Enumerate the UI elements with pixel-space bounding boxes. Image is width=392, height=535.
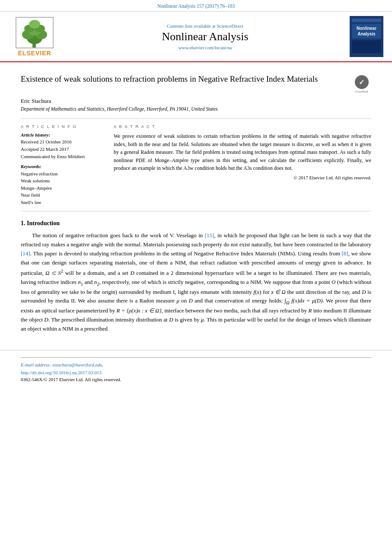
- abstract-text: We prove existence of weak solutions to …: [114, 132, 371, 172]
- sciencedirect-line: Contents lists available at ScienceDirec…: [65, 23, 345, 29]
- cover-journal-title: NonlinearAnalysis: [353, 25, 380, 37]
- section-1-number: 1.: [21, 220, 25, 226]
- journal-ref-text: Nonlinear Analysis 157 (2017) 76–103: [157, 3, 235, 9]
- abstract-header: A B S T R A C T: [114, 124, 371, 129]
- crossmark-widget[interactable]: ✓ CrossMark: [352, 75, 371, 93]
- elsevier-logo: ELSEVIER: [9, 16, 61, 57]
- email-label: E-mail address:: [21, 362, 51, 367]
- footer-email-line: E-mail address: estachura@haverford.edu.: [21, 362, 371, 367]
- keyword-5: Snell's law: [21, 199, 105, 206]
- ref-15[interactable]: [15]: [205, 232, 214, 239]
- science-direct-link[interactable]: ScienceDirect: [217, 23, 243, 29]
- footer-copyright: 0362-546X/© 2017 Elsevier Ltd. All right…: [21, 377, 371, 382]
- footer-doi[interactable]: http://dx.doi.org/10.1016/j.na.2017.03.0…: [21, 370, 371, 375]
- article-info-column: A R T I C L E I N F O Article history: R…: [21, 124, 105, 206]
- elsevier-label: ELSEVIER: [18, 50, 51, 57]
- section-1-label: Introduction: [27, 220, 60, 226]
- copyright-line: © 2017 Elsevier Ltd. All rights reserved…: [114, 175, 371, 180]
- ref-14[interactable]: [14]: [21, 250, 30, 257]
- main-content: Existence of weak solutions to refractio…: [0, 62, 392, 343]
- science-direct-prefix: Contents lists available at: [167, 23, 216, 29]
- article-info-header: A R T I C L E I N F O: [21, 124, 105, 129]
- footer-divider: [21, 357, 371, 358]
- crossmark-icon: ✓: [355, 75, 369, 89]
- journal-ref-bar: Nonlinear Analysis 157 (2017) 76–103: [0, 0, 392, 12]
- journal-title-header: Nonlinear Analysis: [65, 30, 345, 43]
- keyword-2: Weak solutions: [21, 177, 105, 185]
- journal-cover-box: NonlinearAnalysis: [350, 16, 383, 57]
- keyword-3: Monge–Ampère: [21, 185, 105, 192]
- header-center: Contents lists available at ScienceDirec…: [65, 23, 345, 50]
- keywords-section: Keywords: Negative refraction Weak solut…: [21, 164, 105, 206]
- history-title: Article history:: [21, 132, 105, 137]
- article-title-section: Existence of weak solutions to refractio…: [21, 73, 371, 93]
- info-abstract-row: A R T I C L E I N F O Article history: R…: [21, 118, 371, 211]
- page: Nonlinear Analysis 157 (2017) 76–103 ELS…: [0, 0, 392, 535]
- crossmark-label: CrossMark: [355, 90, 368, 93]
- journal-url[interactable]: www.elsevier.com/locate/na: [65, 45, 345, 50]
- intro-paragraph-1: The notion of negative refraction goes b…: [21, 231, 371, 333]
- received-date: Received 21 October 2016: [21, 139, 105, 146]
- email-value[interactable]: estachura@haverford.edu: [52, 362, 102, 367]
- keyword-4: Near field: [21, 191, 105, 199]
- accepted-date: Accepted 22 March 2017: [21, 146, 105, 153]
- this-word: This: [33, 250, 43, 257]
- section-1-title: 1. Introduction: [21, 220, 371, 227]
- header-section: ELSEVIER Contents lists available at Sci…: [0, 12, 392, 62]
- communicated-by: Communicated by Enzo Mitidieri: [21, 153, 105, 160]
- article-title: Existence of weak solutions to refractio…: [21, 73, 347, 85]
- keywords-title: Keywords:: [21, 164, 105, 169]
- author-name: Eric Stachura: [21, 98, 371, 105]
- cover-top-bar: [352, 19, 381, 22]
- author-affiliation: Department of Mathematics and Statistics…: [21, 106, 371, 111]
- ref-8[interactable]: [8]: [342, 250, 348, 257]
- keyword-1: Negative refraction: [21, 170, 105, 178]
- elsevier-tree-icon: [15, 16, 54, 49]
- footer-section: E-mail address: estachura@haverford.edu.…: [0, 350, 392, 382]
- abstract-column: A B S T R A C T We prove existence of we…: [114, 124, 371, 206]
- svg-point-7: [29, 20, 40, 29]
